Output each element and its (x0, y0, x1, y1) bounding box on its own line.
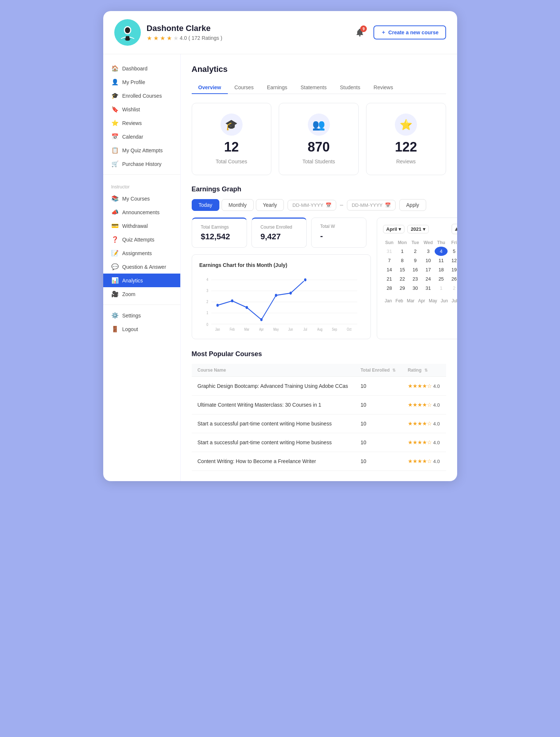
layout: 🏠Dashboard👤My Profile🎓Enrolled Courses🔖W… (103, 54, 457, 481)
cal-day-header: Thu (435, 239, 448, 247)
month-item-jun[interactable]: Jun (439, 297, 450, 305)
cal-day[interactable]: 10 (422, 256, 435, 265)
analytics-icon: 📊 (111, 277, 119, 284)
user-rating: ★ ★ ★ ★ ★ 4.0 (172 Ratings) (147, 35, 352, 42)
notification-bell-button[interactable]: 9 (352, 25, 368, 40)
svg-text:Mar: Mar (244, 327, 249, 331)
enrolled-cell: 10 (355, 452, 402, 471)
date-to-input[interactable]: DD-MM-YYYY 📅 (347, 200, 396, 211)
cal-day-header: Mon (396, 239, 409, 247)
period-btn-yearly[interactable]: Yearly (256, 199, 284, 211)
cal-day[interactable]: 2 (409, 247, 422, 256)
popular-courses-table: Course Name Total Enrolled ⇅ Rating ⇅ (192, 364, 446, 471)
total-students-label: Total Students (302, 159, 335, 164)
cal-day[interactable]: 16 (409, 265, 422, 274)
cal-day[interactable]: 31 (383, 247, 396, 256)
period-btn-today[interactable]: Today (192, 199, 219, 211)
sidebar-item-wishlist[interactable]: 🔖Wishlist (103, 102, 180, 116)
tab-statements[interactable]: Statements (294, 81, 333, 94)
cal-day[interactable]: 12 (448, 256, 457, 265)
month-item-jan[interactable]: Jan (383, 297, 394, 305)
sidebar-item-withdrawal[interactable]: 💳Withdrawal (103, 219, 180, 233)
sort-rating-icon[interactable]: ⇅ (424, 368, 428, 372)
period-btn-monthly[interactable]: Monthly (222, 199, 254, 211)
cal-day[interactable]: 11 (435, 256, 448, 265)
svg-point-32 (304, 278, 307, 282)
cal-day[interactable]: 7 (383, 256, 396, 265)
withdrawal-icon: 💳 (111, 222, 119, 229)
sidebar-item-my-profile[interactable]: 👤My Profile (103, 75, 180, 89)
month-item-mar[interactable]: Mar (405, 297, 417, 305)
rating-cell: ★★★★☆ 4.0 (402, 396, 446, 414)
sidebar-item-reviews[interactable]: ⭐Reviews (103, 116, 180, 130)
cal-day[interactable]: 25 (435, 274, 448, 284)
cal-day[interactable]: 8 (396, 256, 409, 265)
sidebar-item-purchase-history[interactable]: 🛒Purchase History (103, 157, 180, 171)
cal-day[interactable]: 17 (422, 265, 435, 274)
cal-day[interactable]: 28 (383, 284, 396, 293)
cal-day[interactable]: 18 (435, 265, 448, 274)
logout-icon: 🚪 (111, 326, 119, 333)
table-header: Course Name Total Enrolled ⇅ Rating ⇅ (192, 364, 446, 377)
sidebar-item-announcements[interactable]: 📣Announcements (103, 205, 180, 219)
cal-day[interactable]: 21 (383, 274, 396, 284)
sidebar-item-enrolled-courses[interactable]: 🎓Enrolled Courses (103, 89, 180, 102)
create-course-button[interactable]: ＋ Create a new course (373, 25, 446, 39)
my-profile-icon: 👤 (111, 79, 119, 86)
cal-day[interactable]: 30 (409, 284, 422, 293)
cal-day[interactable]: 19 (448, 265, 457, 274)
month-item-jul[interactable]: Jul (450, 297, 457, 305)
total-earnings-value: $12,542 (201, 232, 238, 241)
sidebar-item-logout[interactable]: 🚪Logout (103, 322, 180, 336)
cal-day[interactable]: 26 (448, 274, 457, 284)
sidebar-item-my-quiz-attempts[interactable]: 📋My Quiz Attempts (103, 143, 180, 157)
cal-day[interactable]: 9 (409, 256, 422, 265)
svg-rect-4 (125, 38, 130, 41)
sidebar-item-my-courses[interactable]: 📚My Courses (103, 192, 180, 205)
cal-prev-button[interactable]: ▲ (452, 224, 457, 234)
sidebar-item-analytics[interactable]: 📊Analytics (103, 274, 180, 287)
sidebar-item-calendar[interactable]: 📅Calendar (103, 130, 180, 143)
course-name-cell: Ultimate Content Writing Masterclass: 30… (192, 396, 355, 414)
course-enrolled-card: Course Enrolled 9,427 (251, 218, 307, 248)
tab-overview[interactable]: Overview (192, 81, 228, 94)
tab-earnings[interactable]: Earnings (260, 81, 294, 94)
cal-day[interactable]: 14 (383, 265, 396, 274)
sidebar-item-settings[interactable]: ⚙️Settings (103, 309, 180, 322)
tab-students[interactable]: Students (333, 81, 367, 94)
tab-reviews[interactable]: Reviews (367, 81, 400, 94)
cal-day[interactable]: 1 (396, 247, 409, 256)
cal-day[interactable]: 31 (422, 284, 435, 293)
cal-day[interactable]: 15 (396, 265, 409, 274)
sidebar-item-quiz-attempts[interactable]: ❓Quiz Attempts (103, 233, 180, 246)
cal-month-dropdown[interactable]: April ▾ (383, 225, 405, 233)
sidebar-item-dashboard[interactable]: 🏠Dashboard (103, 62, 180, 75)
sidebar-item-assignments[interactable]: 📝Assignments (103, 246, 180, 260)
cal-day[interactable]: 23 (409, 274, 422, 284)
chevron-down-icon: ▾ (399, 226, 401, 232)
month-item-may[interactable]: May (427, 297, 439, 305)
tab-courses[interactable]: Courses (228, 81, 260, 94)
month-item-feb[interactable]: Feb (394, 297, 405, 305)
date-from-input[interactable]: DD-MM-YYYY 📅 (288, 200, 336, 211)
cal-day[interactable]: 1 (435, 284, 448, 293)
cal-day[interactable]: 4 (435, 247, 448, 256)
cal-day[interactable]: 3 (422, 247, 435, 256)
sidebar-item-question-answer[interactable]: 💬Question & Answer (103, 260, 180, 274)
cal-day[interactable]: 29 (396, 284, 409, 293)
cal-year-dropdown[interactable]: 2021 ▾ (407, 225, 429, 233)
month-item-apr[interactable]: Apr (416, 297, 427, 305)
cal-day[interactable]: 5 (448, 247, 457, 256)
main-content: Analytics OverviewCoursesEarningsStateme… (181, 54, 457, 481)
cal-day[interactable]: 2 (448, 284, 457, 293)
enrolled-cell: 10 (355, 377, 402, 396)
earnings-chart-section: Total Earnings $12,542 Course Enrolled 9… (192, 218, 371, 339)
page-title: Analytics (192, 65, 446, 74)
sidebar-item-zoom[interactable]: 🎥Zoom (103, 287, 180, 301)
sort-enrolled-icon[interactable]: ⇅ (392, 368, 396, 372)
cal-day[interactable]: 24 (422, 274, 435, 284)
svg-point-26 (216, 304, 218, 307)
apply-button[interactable]: Apply (399, 199, 426, 211)
cal-day[interactable]: 22 (396, 274, 409, 284)
rating-cell: ★★★★☆ 4.0 (402, 433, 446, 452)
